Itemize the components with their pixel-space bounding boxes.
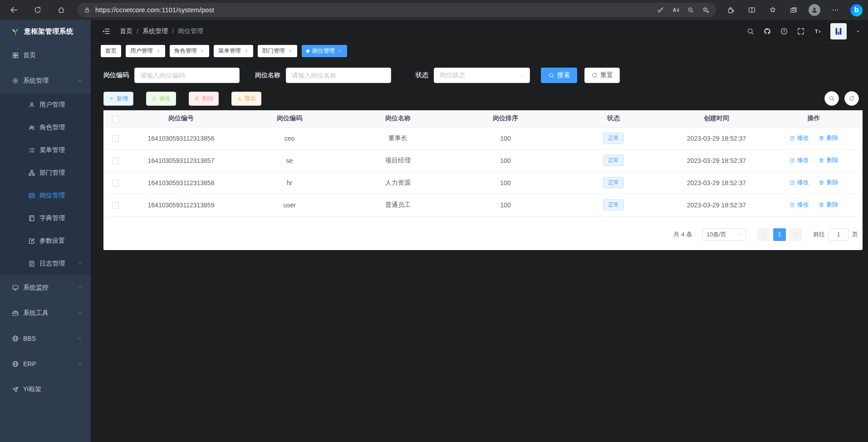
user-avatar[interactable] xyxy=(830,23,847,39)
favorites-button[interactable] xyxy=(764,2,781,18)
trash-icon xyxy=(819,202,824,208)
reset-button[interactable]: 重置 xyxy=(584,68,620,83)
dashboard-icon xyxy=(12,52,19,59)
sidebar-item-yi-framework[interactable]: Yi框架 xyxy=(0,377,91,402)
tab-role-mgmt[interactable]: 角色管理 xyxy=(170,45,209,57)
page-number-button[interactable]: 1 xyxy=(773,228,786,241)
toggle-search-button[interactable] xyxy=(824,91,839,106)
sidebar-item-system-mgmt[interactable]: 系统管理 xyxy=(0,68,91,93)
row-edit-link[interactable]: 修改 xyxy=(790,134,809,142)
table-row: 1641030593112313859 user 普通员工 100 正常 202… xyxy=(103,194,863,216)
row-checkbox[interactable] xyxy=(112,180,119,187)
zoom-icon[interactable] xyxy=(687,6,694,14)
help-button[interactable] xyxy=(780,27,788,35)
menu-list-icon xyxy=(28,147,35,154)
tab-menu-mgmt[interactable]: 菜单管理 xyxy=(214,45,253,57)
breadcrumb-system-mgmt[interactable]: 系统管理 xyxy=(142,27,168,35)
tab-home[interactable]: 首页 xyxy=(101,45,121,57)
close-icon[interactable] xyxy=(288,49,293,54)
post-code-input[interactable] xyxy=(134,68,240,83)
refresh-table-button[interactable] xyxy=(844,91,859,106)
select-all-checkbox[interactable] xyxy=(112,116,119,123)
cell-post-sort: 100 xyxy=(452,149,559,172)
row-delete-link[interactable]: 删除 xyxy=(819,134,838,142)
add-favorite-icon[interactable] xyxy=(701,6,710,14)
row-edit-link[interactable]: 修改 xyxy=(790,178,809,187)
row-delete-link[interactable]: 删除 xyxy=(819,201,838,209)
pagination: 共 4 条 10条/页 1 前往 页 xyxy=(103,216,863,250)
sidebar-item-log-mgmt[interactable]: 日志管理 xyxy=(0,252,91,275)
post-name-input[interactable] xyxy=(286,68,391,83)
trash-icon xyxy=(819,157,824,163)
split-screen-button[interactable] xyxy=(743,2,760,18)
browser-reload-button[interactable] xyxy=(29,2,46,18)
prev-page-button[interactable] xyxy=(757,228,770,241)
collections-button[interactable] xyxy=(785,2,802,18)
status-select[interactable]: 岗位状态 xyxy=(434,68,530,83)
tab-user-mgmt[interactable]: 用户管理 xyxy=(126,45,165,57)
tab-post-mgmt[interactable]: 岗位管理 xyxy=(302,45,347,57)
goto-page-input[interactable] xyxy=(829,228,848,241)
sidebar-toggle-button[interactable] xyxy=(102,27,111,36)
chevron-down-icon xyxy=(77,310,83,316)
export-button[interactable]: 导出 xyxy=(231,92,261,106)
edit-icon xyxy=(790,180,795,186)
profile-avatar xyxy=(809,4,820,16)
sidebar-item-menu-mgmt[interactable]: 菜单管理 xyxy=(0,139,91,162)
sidebar: 意框架管理系统 首页 系统管理 用户管理 角色管理 菜单管理 部门管理 xyxy=(0,20,91,442)
sidebar-item-erp[interactable]: ERP xyxy=(0,351,91,377)
bing-button[interactable]: b xyxy=(850,4,863,16)
close-icon[interactable] xyxy=(156,49,161,54)
sidebar-item-bbs[interactable]: BBS xyxy=(0,326,91,351)
sidebar-item-param-settings[interactable]: 参数设置 xyxy=(0,230,91,252)
cell-post-name: 人力资源 xyxy=(344,172,452,194)
close-icon[interactable] xyxy=(338,49,343,54)
address-bar[interactable]: https://ccnetcore.com:1101/system/post xyxy=(77,3,716,17)
row-delete-link[interactable]: 删除 xyxy=(819,156,838,164)
sidebar-item-role-mgmt[interactable]: 角色管理 xyxy=(0,116,91,139)
trash-icon xyxy=(819,180,824,186)
browser-home-button[interactable] xyxy=(53,2,70,18)
url-text[interactable]: https://ccnetcore.com:1101/system/post xyxy=(95,6,650,14)
avatar-dropdown-caret[interactable] xyxy=(855,29,861,34)
sidebar-item-dept-mgmt[interactable]: 部门管理 xyxy=(0,162,91,184)
profile-button[interactable] xyxy=(806,2,823,18)
next-page-button[interactable] xyxy=(790,228,802,241)
row-checkbox[interactable] xyxy=(112,157,119,164)
chevron-down-icon xyxy=(736,232,742,237)
cell-post-sort: 100 xyxy=(452,127,559,149)
header-search-button[interactable] xyxy=(746,27,755,35)
sidebar-item-post-mgmt[interactable]: 岗位管理 xyxy=(0,184,91,207)
fullscreen-button[interactable] xyxy=(797,27,805,35)
tab-dept-mgmt[interactable]: 部门管理 xyxy=(258,45,297,57)
cell-created: 2023-03-29 18:52:37 xyxy=(668,127,765,149)
sidebar-item-dict-mgmt[interactable]: 字典管理 xyxy=(0,207,91,230)
row-edit-link[interactable]: 修改 xyxy=(790,201,809,209)
sidebar-item-system-tools[interactable]: 系统工具 xyxy=(0,300,91,326)
breadcrumb-home[interactable]: 首页 xyxy=(120,27,132,35)
page-content: 岗位编码 岗位名称 状态 岗位状态 搜索 重置 xyxy=(91,59,868,442)
edit-button[interactable]: 修改 xyxy=(146,92,176,106)
browser-menu-button[interactable] xyxy=(827,2,844,18)
row-edit-link[interactable]: 修改 xyxy=(790,156,809,164)
sidebar-item-user-mgmt[interactable]: 用户管理 xyxy=(0,93,91,116)
extensions-button[interactable] xyxy=(722,2,740,18)
close-icon[interactable] xyxy=(200,49,205,54)
github-link[interactable] xyxy=(763,27,771,35)
close-icon[interactable] xyxy=(244,49,249,54)
browser-back-button[interactable] xyxy=(5,2,23,18)
font-size-button[interactable] xyxy=(814,27,822,35)
row-checkbox[interactable] xyxy=(112,202,119,209)
row-checkbox[interactable] xyxy=(112,135,119,142)
search-button[interactable]: 搜索 xyxy=(541,68,577,83)
password-key-icon[interactable] xyxy=(657,6,664,14)
delete-button[interactable]: 删除 xyxy=(189,92,219,106)
sidebar-item-system-monitor[interactable]: 系统监控 xyxy=(0,275,91,300)
row-delete-link[interactable]: 删除 xyxy=(819,178,838,187)
add-button[interactable]: 新增 xyxy=(103,92,133,106)
page-size-select[interactable]: 10条/页 xyxy=(702,228,746,241)
read-aloud-icon[interactable] xyxy=(672,6,680,14)
reload-icon xyxy=(34,6,42,14)
site-info-icon[interactable] xyxy=(83,6,91,14)
sidebar-item-home[interactable]: 首页 xyxy=(0,43,91,68)
